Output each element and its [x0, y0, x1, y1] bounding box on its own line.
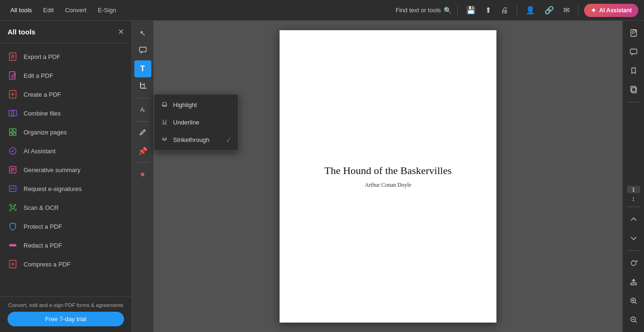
- export-pdf-label: Export a PDF: [24, 53, 60, 60]
- text-icon: T: [140, 65, 145, 73]
- scroll-down-btn[interactable]: [625, 230, 642, 247]
- sidebar-item-protect-pdf[interactable]: Protect a PDF: [0, 217, 132, 236]
- search-icon: 🔍: [444, 7, 452, 14]
- text-tool-btn[interactable]: T: [134, 60, 151, 77]
- organize-pages-label: Organize pages: [24, 129, 67, 136]
- underline-option[interactable]: Underline: [154, 114, 238, 131]
- sidebar-close-button[interactable]: ✕: [118, 27, 124, 36]
- link-icon-btn[interactable]: 🔗: [542, 4, 557, 17]
- record-tool-btn[interactable]: ●: [134, 166, 151, 183]
- draw-tool-btn[interactable]: [134, 124, 151, 141]
- main-content: All tools ✕ Export a PDF: [0, 21, 644, 332]
- select-icon: ↖: [140, 29, 146, 38]
- pin-tool-btn[interactable]: 📌: [134, 142, 151, 159]
- pdf-author: Arthur Conan Doyle: [365, 182, 412, 189]
- sidebar-item-organize-pages[interactable]: Organize pages: [0, 123, 132, 141]
- strikethrough-option[interactable]: Strikethrough ✓: [154, 131, 238, 149]
- topbar: All tools Edit Convert E-Sign Find text …: [0, 0, 644, 21]
- sidebar-item-export-pdf[interactable]: Export a PDF: [0, 47, 132, 66]
- create-pdf-label: Create a PDF: [24, 91, 61, 98]
- sidebar-item-redact-pdf[interactable]: Redact a PDF: [0, 236, 132, 255]
- page-total: 1: [632, 195, 635, 203]
- crop-tool-btn[interactable]: [134, 78, 151, 95]
- select-tool-btn[interactable]: ↖: [134, 25, 151, 42]
- right-bookmark-icon-btn[interactable]: [625, 62, 642, 79]
- right-separator-2: [627, 207, 640, 207]
- protect-pdf-icon: [8, 221, 18, 232]
- nav-edit[interactable]: Edit: [39, 4, 58, 17]
- zoom-out-btn[interactable]: [625, 311, 642, 328]
- redact-pdf-icon: [8, 240, 18, 250]
- redact-pdf-label: Redact a PDF: [24, 242, 62, 249]
- zoom-in-btn[interactable]: [625, 292, 642, 309]
- underline-icon: [161, 118, 168, 127]
- highlight-icon: [161, 100, 168, 109]
- tool-separator-3: [136, 162, 149, 163]
- save-icon-btn[interactable]: 💾: [463, 4, 479, 17]
- edit-pdf-label: Edit a PDF: [24, 72, 53, 79]
- sidebar-items-list: Export a PDF Edit a PDF: [0, 43, 132, 296]
- find-bar[interactable]: Find text or tools 🔍: [396, 7, 452, 14]
- email-icon-btn[interactable]: ✉: [561, 4, 572, 17]
- highlight-left: Highlight: [161, 100, 197, 109]
- record-icon: ●: [140, 169, 145, 179]
- right-edit-icon-btn[interactable]: [625, 25, 642, 42]
- svg-rect-7: [9, 133, 12, 135]
- text-dropdown-menu: Highlight Underline: [154, 94, 239, 151]
- nav-esign[interactable]: E-Sign: [93, 4, 121, 17]
- sidebar-item-request-esignatures[interactable]: Request e-signatures: [0, 179, 132, 198]
- ai-btn-label: AI Assistant: [599, 7, 632, 14]
- underline-left: Underline: [161, 118, 199, 127]
- trial-button[interactable]: Free 7-day trial: [8, 312, 124, 326]
- sidebar-title: All tools: [8, 28, 35, 36]
- comment-tool-btn[interactable]: [134, 42, 151, 59]
- scroll-up-btn[interactable]: [625, 211, 642, 228]
- sidebar-item-ai-assistant[interactable]: AI Assistant: [0, 141, 132, 160]
- nav-menu: All tools Edit Convert E-Sign: [6, 4, 396, 17]
- sidebar-item-combine-files[interactable]: Combine files: [0, 104, 132, 123]
- sidebar-item-edit-pdf[interactable]: Edit a PDF: [0, 66, 132, 85]
- right-comment-icon-btn[interactable]: [625, 43, 642, 60]
- right-copy-icon-btn[interactable]: [625, 81, 642, 98]
- svg-rect-12: [11, 206, 14, 209]
- svg-rect-15: [140, 47, 146, 52]
- highlight-label: Highlight: [173, 101, 197, 108]
- organize-pages-icon: [8, 127, 18, 137]
- right-panel: 1 1: [622, 21, 644, 332]
- ai-assistant-icon: [8, 146, 18, 156]
- ai-assistant-button[interactable]: ✦ AI Assistant: [584, 4, 638, 17]
- pdf-page: The Hound of the Baskervilles Arthur Con…: [280, 30, 496, 323]
- sidebar-item-generative-summary[interactable]: Generative summary: [0, 160, 132, 179]
- tool-separator-2: [136, 121, 149, 122]
- compress-pdf-icon: [8, 259, 18, 269]
- upload-icon-btn[interactable]: ⬆: [482, 4, 494, 17]
- generative-summary-label: Generative summary: [24, 166, 81, 174]
- nav-convert[interactable]: Convert: [60, 4, 91, 17]
- ai-sparkle-icon: ✦: [591, 7, 596, 14]
- sidebar-item-create-pdf[interactable]: Create a PDF: [0, 85, 132, 104]
- request-esignatures-icon: [8, 183, 18, 194]
- svg-rect-16: [162, 106, 167, 107]
- sidebar-item-compress-pdf[interactable]: Compress a PDF: [0, 255, 132, 274]
- combine-files-icon: [8, 108, 18, 118]
- draw-icon: [139, 128, 147, 138]
- svg-rect-20: [630, 49, 637, 54]
- sidebar-item-scan-ocr[interactable]: Scan & OCR: [0, 198, 132, 217]
- refresh-btn[interactable]: [625, 255, 642, 272]
- highlight-option[interactable]: Highlight: [154, 96, 238, 114]
- ai-assistant-label: AI Assistant: [24, 148, 56, 155]
- profile-icon-btn[interactable]: 👤: [523, 4, 538, 17]
- strikethrough-icon: [161, 135, 168, 144]
- svg-rect-8: [13, 133, 16, 135]
- combine-files-label: Combine files: [24, 110, 61, 117]
- nav-all-tools[interactable]: All tools: [6, 4, 37, 17]
- generative-summary-icon: [8, 165, 18, 175]
- underline-label: Underline: [173, 119, 199, 126]
- scan-ocr-label: Scan & OCR: [24, 204, 58, 211]
- ai-text-tool-btn[interactable]: Aᵢ: [134, 101, 151, 118]
- export-btn[interactable]: [625, 274, 642, 290]
- sidebar-footer: Convert, edit and e-sign PDF forms & agr…: [0, 296, 132, 332]
- request-esignatures-label: Request e-signatures: [24, 185, 82, 192]
- print-icon-btn[interactable]: 🖨: [498, 4, 511, 17]
- tool-separator-1: [136, 98, 149, 99]
